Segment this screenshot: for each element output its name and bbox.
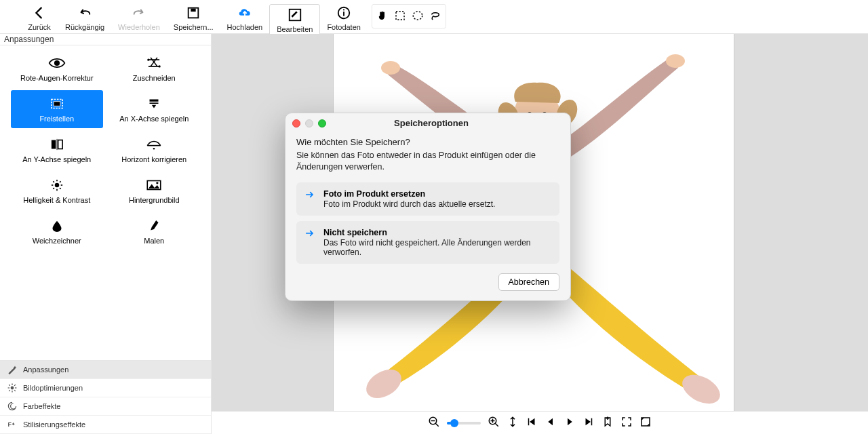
wand-icon bbox=[7, 364, 18, 375]
adj-cutout[interactable]: Freistellen bbox=[11, 90, 103, 128]
adj-brightness[interactable]: Helligkeit & Kontrast bbox=[11, 172, 103, 210]
save-label: Speichern... bbox=[174, 23, 214, 31]
svg-rect-16 bbox=[58, 140, 62, 149]
swirl-icon bbox=[7, 401, 18, 412]
adj-crop[interactable]: Zuschneiden bbox=[108, 50, 201, 87]
save-button[interactable]: Speichern... bbox=[167, 4, 220, 33]
adj-flip-y[interactable]: An Y-Achse spiegeln bbox=[11, 131, 103, 169]
back-button[interactable]: Zurück bbox=[20, 4, 58, 33]
zoom-nav-bar bbox=[212, 411, 868, 434]
adj-blur[interactable]: Weichzeichner bbox=[11, 212, 103, 250]
upload-button[interactable]: Hochladen bbox=[220, 4, 270, 33]
edit-button[interactable]: Bearbeiten bbox=[269, 4, 320, 37]
save-options-dialog: Speicheroptionen Wie möchten Sie Speiche… bbox=[285, 113, 571, 301]
redo-label: Wiederholen bbox=[118, 23, 160, 31]
nav-next-icon[interactable] bbox=[564, 416, 576, 430]
back-label: Zurück bbox=[28, 23, 51, 31]
option-title: Nicht speichern bbox=[323, 228, 551, 237]
dialog-titlebar: Speicheroptionen bbox=[285, 113, 570, 133]
adj-background[interactable]: Hintergrundbild bbox=[108, 172, 201, 210]
dialog-title: Speicheroptionen bbox=[299, 118, 564, 128]
svg-rect-5 bbox=[343, 9, 344, 11]
page-frame-icon[interactable] bbox=[639, 416, 652, 430]
nav-prev-icon[interactable] bbox=[545, 416, 557, 430]
option-title: Foto im Produkt ersetzen bbox=[323, 189, 495, 199]
adj-flip-x[interactable]: An X-Achse spiegeln bbox=[108, 90, 201, 128]
nav-first-icon[interactable] bbox=[526, 416, 538, 430]
svg-point-29 bbox=[157, 182, 159, 184]
svg-point-30 bbox=[11, 387, 14, 390]
top-toolbar: Zurück Rückgängig Wiederholen Speichern.… bbox=[0, 0, 868, 34]
option-sub: Foto im Produkt wird durch das aktuelle … bbox=[323, 199, 495, 209]
option-sub: Das Foto wird nicht gespeichert. Alle Än… bbox=[323, 238, 551, 257]
lasso-icon[interactable] bbox=[429, 9, 441, 24]
svg-rect-13 bbox=[150, 100, 159, 102]
svg-line-25 bbox=[60, 188, 61, 189]
fit-height-icon[interactable] bbox=[507, 416, 519, 430]
arrow-right-icon bbox=[304, 189, 315, 202]
svg-line-26 bbox=[60, 181, 61, 182]
fx-star-icon: F bbox=[7, 419, 18, 430]
left-panel: Anpassungen Rote-Augen-Korrektur Zuschne… bbox=[0, 34, 212, 434]
undo-label: Rückgängig bbox=[65, 23, 104, 31]
marquee-rect-icon[interactable] bbox=[394, 9, 406, 24]
category-list: Anpassungen Bildoptimierungen Farbeffekt… bbox=[0, 360, 211, 434]
svg-rect-12 bbox=[54, 102, 60, 106]
svg-rect-6 bbox=[396, 12, 404, 20]
upload-label: Hochladen bbox=[227, 23, 263, 31]
dialog-description: Sie können das Foto entweder in das Prod… bbox=[296, 150, 559, 173]
cat-adjustments[interactable]: Anpassungen bbox=[0, 361, 211, 379]
svg-rect-4 bbox=[343, 12, 344, 16]
fullscreen-icon[interactable] bbox=[620, 416, 633, 430]
photodata-label: Fotodaten bbox=[327, 23, 361, 31]
arrow-right-icon bbox=[304, 228, 315, 241]
adj-red-eye[interactable]: Rote-Augen-Korrektur bbox=[11, 50, 103, 87]
svg-rect-15 bbox=[52, 140, 56, 149]
option-replace-in-product[interactable]: Foto im Produkt ersetzen Foto im Produkt… bbox=[296, 182, 559, 216]
nav-last-icon[interactable] bbox=[583, 416, 595, 430]
cancel-button[interactable]: Abbrechen bbox=[498, 273, 559, 291]
cat-optimizations[interactable]: Bildoptimierungen bbox=[0, 379, 211, 397]
edit-label: Bearbeiten bbox=[277, 25, 313, 33]
adj-paint[interactable]: Malen bbox=[108, 212, 201, 250]
svg-line-38 bbox=[9, 390, 10, 391]
cat-style-effects[interactable]: F Stilisierungseffekte bbox=[0, 416, 211, 434]
svg-line-50 bbox=[435, 423, 439, 427]
zoom-slider[interactable] bbox=[447, 422, 481, 425]
dialog-question: Wie möchten Sie Speichern? bbox=[296, 137, 559, 147]
svg-line-35 bbox=[9, 384, 10, 386]
sun-icon bbox=[7, 382, 18, 393]
adj-horizon[interactable]: Horizont korrigieren bbox=[108, 131, 201, 169]
svg-point-45 bbox=[381, 61, 400, 75]
svg-line-36 bbox=[14, 390, 16, 391]
adjustments-header: Anpassungen bbox=[0, 34, 211, 45]
zoom-in-icon[interactable] bbox=[488, 416, 500, 430]
svg-line-24 bbox=[53, 181, 54, 182]
marquee-ellipse-icon[interactable] bbox=[412, 9, 424, 24]
redo-button: Wiederholen bbox=[111, 4, 167, 33]
bookmark-icon[interactable] bbox=[601, 416, 614, 430]
hand-tool-icon[interactable] bbox=[376, 9, 389, 24]
svg-line-37 bbox=[14, 384, 16, 386]
svg-line-53 bbox=[495, 423, 498, 427]
svg-line-27 bbox=[53, 188, 54, 189]
svg-point-9 bbox=[148, 59, 150, 61]
photodata-button[interactable]: Fotodaten bbox=[320, 4, 368, 33]
svg-text:F: F bbox=[8, 421, 12, 428]
option-dont-save[interactable]: Nicht speichern Das Foto wird nicht gesp… bbox=[296, 221, 559, 264]
adjustments-grid: Rote-Augen-Korrektur Zuschneiden Freiste… bbox=[0, 45, 211, 257]
svg-point-46 bbox=[666, 54, 685, 68]
svg-point-7 bbox=[413, 12, 422, 20]
svg-point-8 bbox=[54, 60, 60, 66]
svg-point-10 bbox=[159, 65, 161, 67]
cat-color-effects[interactable]: Farbeffekte bbox=[0, 397, 211, 416]
selection-mode-group bbox=[372, 4, 446, 28]
svg-point-19 bbox=[55, 183, 60, 188]
svg-rect-14 bbox=[150, 102, 159, 104]
svg-rect-1 bbox=[191, 9, 196, 12]
zoom-out-icon[interactable] bbox=[428, 416, 440, 430]
undo-button[interactable]: Rückgängig bbox=[58, 4, 111, 33]
